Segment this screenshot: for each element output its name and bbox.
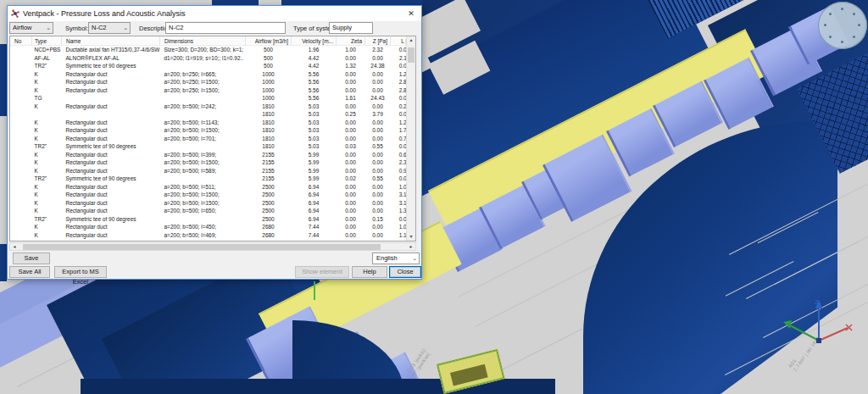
cell (10, 110, 32, 119)
cell (10, 86, 32, 95)
export-excel-button[interactable]: Export to MS Excel (54, 266, 107, 278)
column-header[interactable]: Name (62, 36, 160, 46)
chevron-down-icon: ⌄ (123, 23, 128, 33)
close-icon[interactable]: ✕ (404, 8, 418, 19)
flange-bolt (841, 8, 843, 10)
table-row[interactable]: KRectangular ducta=200; b=500; l=1500;18… (10, 126, 416, 135)
save-all-button[interactable]: Save All (9, 266, 50, 278)
symbol-select[interactable]: N-C2 ⌄ (88, 22, 131, 34)
duct-edge-left (0, 44, 7, 116)
table-row[interactable]: AF-ALALNOR®FLEX AF-ALd1=200; l1=919; s=1… (10, 54, 416, 63)
table-row[interactable]: KRectangular ducta=200; b=500; l=1500;21… (10, 158, 416, 167)
column-header[interactable]: Velocity [m... (292, 36, 337, 46)
table-row[interactable]: TR2"Symmetric tee of 90 degrees5004.421.… (10, 62, 416, 70)
cell: 0.00 (337, 86, 365, 95)
table-row[interactable]: KRectangular ducta=200; b=500; l=1500;25… (10, 199, 416, 208)
cell (10, 103, 32, 111)
scroll-down-icon[interactable]: ▾ (407, 233, 415, 241)
cell: 7.44 (292, 231, 337, 240)
results-table-header: NoTypeNameDimensionsAirflow [m3/h]Veloci… (10, 36, 416, 46)
cell: 1.32 (337, 62, 365, 70)
cell (10, 70, 32, 79)
ventpack-dialog: Ventpack - Pressure Loss and Acoustic An… (7, 5, 422, 280)
cell: Rectangular duct (62, 167, 160, 175)
table-row[interactable]: NCD+PBSDuctable axial fan HT315/0,37-4/6… (10, 46, 416, 54)
table-row[interactable]: TR2"Symmetric tee of 90 degrees25006.940… (10, 215, 416, 224)
mode-select[interactable]: Airflow ⌄ (9, 22, 53, 34)
table-row[interactable]: KRectangular ducta=200; b=500; l=1143;18… (10, 119, 416, 127)
dialog-titlebar[interactable]: Ventpack - Pressure Loss and Acoustic An… (8, 6, 421, 21)
cell: a=200; b=500; l=1500; (160, 191, 246, 199)
cell: 1810 (246, 110, 292, 119)
cell: 7.44 (292, 239, 337, 241)
cell: 1000 (246, 86, 292, 95)
table-row[interactable]: KRectangular ducta=200; b=500; l=399;215… (10, 151, 416, 159)
cell (10, 207, 32, 215)
table-row[interactable]: KRectangular ducta=200; b=500; l=450;268… (10, 223, 416, 231)
cell: 0.00 (365, 191, 391, 199)
table-row[interactable]: KRectangular ducta=200; b=250; l=665;100… (10, 70, 416, 79)
cell: 0.00 (337, 54, 365, 63)
cell (62, 94, 160, 103)
cell: 0.25 (337, 110, 365, 119)
cell: Rectangular duct (62, 78, 160, 86)
close-button[interactable]: Close (389, 266, 421, 278)
cell: K (32, 119, 62, 127)
cell: 0.00 (365, 135, 391, 143)
cell: 5.56 (292, 78, 337, 86)
cell (10, 94, 32, 103)
table-row[interactable]: KRectangular ducta=200; b=500; l=511;250… (10, 183, 416, 191)
table-row[interactable]: KRectangular ducta=200; b=500; l=589;215… (10, 167, 416, 175)
symbol-label: Symbol: (65, 25, 88, 32)
cell: K (32, 151, 62, 159)
save-button[interactable]: Save (13, 252, 50, 264)
horizontal-scroll-thumb[interactable] (23, 244, 381, 250)
cell: K (32, 207, 62, 215)
cell: Rectangular duct (62, 119, 160, 127)
table-row[interactable]: 26807.440.4016.700.00100 (10, 239, 416, 241)
cell: K (32, 135, 62, 143)
cell (10, 119, 32, 127)
cell: 1810 (246, 135, 292, 143)
cell: K (32, 183, 62, 191)
table-row[interactable]: KRectangular ducta=200; b=500; l=1500;25… (10, 191, 416, 199)
cell: a=200; b=500; l=1500; (160, 158, 246, 167)
cell: 0.00 (365, 54, 391, 63)
table-row[interactable]: KRectangular ducta=200; b=250; l=1500;10… (10, 86, 416, 95)
cell (10, 223, 32, 231)
cell: Ductable axial fan HT315/0,37-4/6/SW (62, 46, 160, 54)
column-header[interactable]: Z [Pa] (365, 36, 391, 46)
column-header[interactable]: Zeta (337, 36, 365, 46)
type-of-system-value: Supply (329, 22, 373, 34)
vertical-scroll-thumb[interactable] (408, 47, 415, 63)
horizontal-scrollbar[interactable]: ◂ ▸ (9, 242, 416, 251)
table-row[interactable]: KRectangular ducta=200; b=500; l=242;181… (10, 103, 416, 111)
table-row[interactable]: TG10005.561.6124.430.0060 (10, 94, 416, 103)
vertical-scrollbar[interactable]: ▴ ▾ (406, 36, 415, 241)
table-row[interactable]: KRectangular ducta=200; b=250; l=1500;10… (10, 78, 416, 86)
dialog-title: Ventpack - Pressure Loss and Acoustic An… (23, 9, 186, 18)
column-header[interactable]: No (10, 36, 32, 46)
table-row[interactable]: 18105.030.253.790.0064 (10, 110, 416, 119)
table-row[interactable]: TR2"Symmetric tee of 90 degrees18105.030… (10, 142, 416, 151)
plan-line (492, 329, 582, 375)
cell: 6.94 (292, 191, 337, 199)
cell: 5.03 (292, 110, 337, 119)
column-header[interactable]: Airflow [m3/h] (246, 36, 292, 46)
scroll-right-icon[interactable]: ▸ (407, 243, 415, 251)
description-input[interactable]: N-C2 (165, 22, 286, 34)
table-row[interactable]: KRectangular ducta=200; b=500; l=469;268… (10, 231, 416, 240)
column-header[interactable]: Type (32, 36, 62, 46)
table-row[interactable]: KRectangular ducta=200; b=500; l=701;181… (10, 135, 416, 143)
language-select[interactable]: English ⌄ (372, 252, 420, 264)
help-button[interactable]: Help (352, 266, 387, 278)
cell (10, 158, 32, 167)
table-row[interactable]: TR2"Symmetric tee of 90 degrees21555.990… (10, 175, 416, 183)
scroll-up-icon[interactable]: ▴ (407, 36, 415, 44)
cell: 2680 (246, 239, 292, 241)
scroll-left-icon[interactable]: ◂ (10, 243, 19, 251)
column-header[interactable]: Dimensions (160, 36, 246, 46)
table-row[interactable]: KRectangular ducta=200; b=500; l=650;250… (10, 207, 416, 215)
cell: K (32, 191, 62, 199)
highlight-seam-green (314, 281, 315, 300)
